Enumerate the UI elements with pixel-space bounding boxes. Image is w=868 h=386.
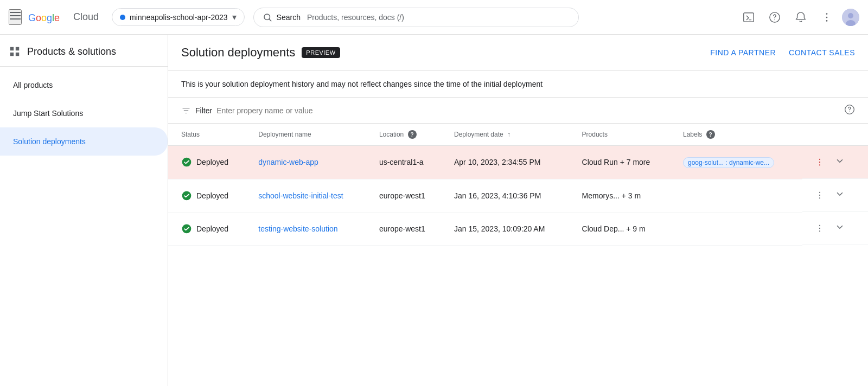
search-icon — [263, 12, 272, 22]
filter-label: Filter — [195, 106, 212, 115]
find-partner-link[interactable]: FIND A PARTNER — [710, 48, 776, 57]
search-placeholder: Products, resources, docs (/) — [307, 13, 404, 22]
svg-point-10 — [826, 13, 828, 15]
filter-input[interactable] — [216, 106, 840, 115]
row-expand-button[interactable] — [831, 154, 849, 171]
status-cell-1: Deployed — [168, 179, 250, 212]
row-expand-button[interactable] — [831, 220, 849, 237]
svg-text:Google: Google — [28, 12, 60, 23]
labels-help-icon[interactable]: ? — [706, 130, 715, 139]
labels-cell — [674, 212, 802, 245]
svg-rect-1 — [10, 15, 21, 16]
more-options-button[interactable] — [816, 7, 838, 28]
location-help-icon[interactable]: ? — [408, 130, 417, 139]
page-header: Solution deployments PREVIEW FIND A PART… — [168, 35, 868, 71]
svg-point-35 — [819, 228, 820, 229]
deployments-table: Status Deployment name Location ? Deploy… — [168, 124, 868, 246]
svg-rect-16 — [10, 47, 14, 50]
deployment-name-cell: testing-website-solution — [250, 212, 371, 245]
terminal-button[interactable] — [738, 7, 760, 28]
help-button[interactable] — [764, 7, 786, 28]
svg-point-12 — [826, 20, 828, 22]
table-row: Deployed school-website-initial-test eur… — [168, 179, 868, 212]
location-cell: europe-west1 — [371, 179, 445, 212]
labels-cell — [674, 179, 802, 212]
svg-point-34 — [819, 225, 820, 226]
deployment-name-cell: dynamic-web-app — [250, 146, 371, 179]
status-text: Deployed — [196, 224, 228, 233]
sidebar-title: Products & solutions — [27, 46, 116, 57]
svg-point-30 — [819, 192, 820, 193]
svg-rect-19 — [16, 53, 19, 56]
svg-rect-17 — [16, 47, 19, 50]
products-cell: Cloud Dep... + 9 m — [573, 212, 674, 245]
main-layout: Products & solutions All products Jump S… — [0, 35, 868, 386]
svg-point-9 — [774, 19, 775, 20]
info-text: This is your solution deployment history… — [181, 80, 542, 88]
actions-cell — [802, 146, 868, 179]
col-deployment-name: Deployment name — [250, 124, 371, 146]
svg-point-27 — [819, 162, 820, 163]
svg-point-31 — [819, 195, 820, 196]
notifications-button[interactable] — [790, 7, 812, 28]
col-deployment-date: Deployment date ↑ — [445, 124, 573, 146]
svg-point-14 — [848, 13, 853, 18]
page-title-area: Solution deployments PREVIEW — [181, 46, 340, 60]
filter-icon — [181, 106, 191, 115]
deployment-date-cell: Jan 15, 2023, 10:09:20 AM — [445, 212, 573, 245]
table-row: Deployed dynamic-web-app us-central1-a A… — [168, 146, 868, 179]
top-navigation: Google Cloud minneapolis-school-apr-2023… — [0, 0, 868, 35]
col-actions — [802, 124, 868, 146]
sidebar-item-label: All products — [13, 81, 53, 89]
deployed-icon — [181, 157, 192, 168]
sidebar-item-jump-start[interactable]: Jump Start Solutions — [0, 99, 168, 127]
google-cloud-logo: Google Cloud — [28, 11, 99, 24]
row-more-button[interactable] — [811, 153, 828, 171]
svg-point-28 — [819, 164, 820, 165]
location-cell: us-central1-a — [371, 146, 445, 179]
sidebar: Products & solutions All products Jump S… — [0, 35, 168, 386]
hamburger-menu[interactable] — [9, 9, 22, 25]
row-expand-button[interactable] — [831, 187, 849, 204]
sidebar-item-all-products[interactable]: All products — [0, 71, 168, 99]
col-status: Status — [168, 124, 250, 146]
sidebar-item-label: Jump Start Solutions — [13, 109, 83, 118]
cloud-text: Cloud — [73, 11, 99, 23]
page-title: Solution deployments — [181, 46, 295, 60]
products-cell: Cloud Run + 7 more — [573, 146, 674, 179]
deployment-name-cell: school-website-initial-test — [250, 179, 371, 212]
table-row: Deployed testing-website-solution europe… — [168, 212, 868, 245]
avatar[interactable] — [842, 9, 859, 26]
svg-point-24 — [849, 112, 850, 112]
project-name: minneapolis-school-apr-2023 — [130, 13, 228, 22]
status-cell-2: Deployed — [168, 212, 250, 245]
labels-cell: goog-solut... : dynamic-we... — [674, 146, 802, 179]
actions-cell — [802, 212, 868, 245]
filter-bar: Filter — [168, 98, 868, 124]
svg-point-36 — [819, 230, 820, 231]
sidebar-header: Products & solutions — [0, 35, 168, 67]
deployment-date-cell: Jan 16, 2023, 4:10:36 PM — [445, 179, 573, 212]
grid-icon — [9, 46, 21, 57]
row-more-button[interactable] — [811, 220, 828, 237]
col-labels: Labels ? — [674, 124, 802, 146]
deployment-date-cell: Apr 10, 2023, 2:34:55 PM — [445, 146, 573, 179]
main-content: Solution deployments PREVIEW FIND A PART… — [168, 35, 868, 386]
help-circle-icon[interactable] — [844, 104, 855, 115]
col-products: Products — [573, 124, 674, 146]
svg-rect-2 — [10, 18, 21, 20]
status-text: Deployed — [196, 158, 228, 166]
global-search-bar[interactable]: Search Products, resources, docs (/) — [253, 8, 579, 27]
sort-asc-icon[interactable]: ↑ — [507, 131, 510, 138]
project-selector[interactable]: minneapolis-school-apr-2023 ▾ — [112, 8, 245, 26]
svg-point-32 — [819, 197, 820, 198]
products-cell: Memorys... + 3 m — [573, 179, 674, 212]
nav-actions — [738, 7, 859, 28]
label-chip: goog-solut... : dynamic-we... — [683, 157, 774, 168]
header-actions: FIND A PARTNER CONTACT SALES — [710, 48, 855, 57]
location-cell: europe-west1 — [371, 212, 445, 245]
sidebar-item-solution-deployments[interactable]: Solution deployments — [0, 127, 168, 156]
row-more-button[interactable] — [811, 186, 828, 204]
contact-sales-link[interactable]: CONTACT SALES — [789, 48, 855, 57]
table-body: Deployed dynamic-web-app us-central1-a A… — [168, 146, 868, 246]
